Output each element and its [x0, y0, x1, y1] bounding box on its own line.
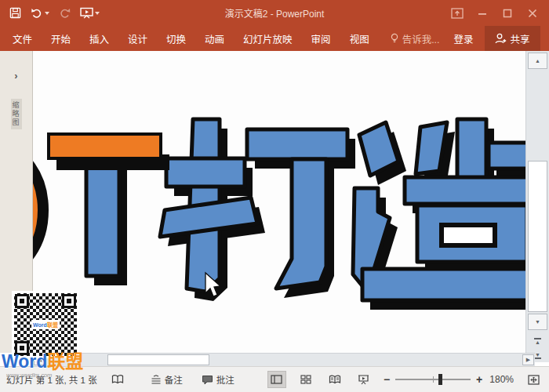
comments-icon [202, 375, 213, 385]
tab-insert[interactable]: 插入 [89, 31, 109, 46]
previous-slide-button[interactable]: ▲ [529, 334, 546, 347]
window-controls [449, 0, 549, 26]
letter-p-partial[interactable] [33, 149, 43, 271]
undo-icon [31, 7, 43, 19]
tab-transitions[interactable]: 切换 [166, 31, 186, 46]
ribbon-tab-row: 文件 开始 插入 设计 切换 动画 幻灯片放映 审阅 视图 告诉我... 登录 … [0, 26, 549, 51]
qr-finder-icon [15, 294, 29, 308]
reading-view-icon [329, 375, 341, 384]
save-icon [9, 7, 21, 19]
share-label: 共享 [511, 31, 530, 46]
statusbar-right-group: − + 180% [267, 371, 543, 388]
scroll-right-button[interactable]: ▶ [522, 354, 534, 365]
tab-home[interactable]: 开始 [51, 31, 71, 46]
vertical-scrollbar[interactable]: ▲ ▼ ▲ ▼ [525, 51, 549, 362]
redo-button[interactable] [56, 5, 73, 20]
redo-icon [59, 7, 71, 19]
wordlm-url: www.wordlm.com [6, 372, 52, 379]
tab-review[interactable]: 审阅 [311, 31, 331, 46]
slide-sorter-icon [300, 375, 311, 384]
slideshow-view-button[interactable] [354, 371, 373, 388]
normal-view-button[interactable] [267, 371, 286, 388]
zoom-out-button[interactable]: − [384, 374, 390, 385]
fit-to-window-icon [528, 375, 540, 385]
close-button[interactable] [524, 5, 541, 22]
spell-check-icon [111, 374, 124, 385]
mouth-hole [442, 225, 495, 245]
arrow-down-icon: ▼ [535, 319, 540, 325]
horizontal-scrollbar[interactable]: ◀ ▶ [33, 353, 535, 366]
qr-center-label: Word联盟 [31, 320, 60, 329]
save-button[interactable] [7, 5, 24, 20]
slide-canvas[interactable] [33, 51, 525, 353]
start-slideshow-icon [80, 7, 93, 19]
horizontal-scrollbar-thumb[interactable] [107, 354, 209, 365]
share-button[interactable]: 共享 [485, 26, 540, 51]
thumbnail-pane-label[interactable]: 缩略图 [11, 99, 22, 129]
slideshow-view-icon [358, 375, 369, 385]
comments-label: 批注 [216, 373, 235, 386]
expand-pane-chevron-icon[interactable]: › [0, 70, 32, 82]
person-plus-icon [495, 33, 507, 44]
notes-button[interactable]: 备注 [151, 373, 183, 386]
orange-crossbar[interactable] [49, 134, 169, 170]
arrow-up-icon: ▲ [535, 58, 540, 64]
tab-animations[interactable]: 动画 [205, 31, 224, 46]
close-icon [528, 9, 537, 18]
slide-sorter-view-button[interactable] [296, 371, 315, 388]
tab-slideshow[interactable]: 幻灯片放映 [243, 31, 293, 46]
notes-label: 备注 [165, 373, 183, 386]
tell-me-box[interactable]: 告诉我... [390, 31, 440, 46]
arrow-right-icon: ▶ [526, 357, 530, 363]
wordlm-logo: Word联盟 [2, 353, 83, 371]
zoom-controls: − + 180% [384, 374, 514, 385]
ribbon-display-options-button[interactable] [449, 5, 466, 22]
tab-view[interactable]: 视图 [350, 31, 369, 46]
logo-word-part: Word [2, 351, 47, 372]
spell-check-button[interactable] [111, 374, 124, 385]
minimize-button[interactable] [474, 5, 491, 22]
quick-access-toolbar [0, 5, 102, 20]
undo-button[interactable] [28, 5, 52, 20]
zoom-in-button[interactable]: + [476, 374, 482, 385]
restore-icon [503, 9, 512, 18]
zoom-slider[interactable] [395, 374, 471, 385]
tab-file[interactable]: 文件 [13, 31, 32, 46]
normal-view-icon [271, 375, 282, 384]
reading-view-button[interactable] [325, 371, 344, 388]
title-bar: 演示文稿2 - PowerPoint [0, 0, 549, 26]
zoom-slider-center-tick [433, 376, 434, 383]
minimize-icon [478, 9, 487, 18]
qr-finder-icon [62, 294, 76, 308]
tab-design[interactable]: 设计 [128, 31, 147, 46]
zoom-slider-handle[interactable] [438, 374, 442, 385]
qat-dropdown-icon[interactable] [95, 12, 100, 15]
window-title: 演示文稿2 - PowerPoint [225, 6, 325, 20]
scroll-up-button[interactable]: ▲ [528, 53, 547, 69]
undo-dropdown-icon[interactable] [45, 12, 49, 15]
start-slideshow-button[interactable] [78, 5, 102, 20]
sign-in-button[interactable]: 登录 [454, 31, 474, 46]
ribbon-display-options-icon [451, 8, 464, 19]
next-slide-icon [534, 358, 541, 359]
slide-art-text[interactable] [33, 51, 525, 353]
comments-button[interactable]: 批注 [202, 373, 235, 386]
vertical-scrollbar-thumb[interactable] [528, 161, 547, 312]
tell-me-label: 告诉我... [402, 31, 440, 46]
lightbulb-icon [390, 33, 399, 44]
fit-slide-to-window-button[interactable] [524, 371, 543, 388]
logo-league-part: 联盟 [47, 351, 83, 372]
qr-code: Word联盟 [14, 293, 77, 356]
notes-icon [151, 375, 162, 384]
scroll-down-button[interactable]: ▼ [528, 314, 547, 330]
zoom-percentage[interactable]: 180% [489, 374, 514, 385]
restore-button[interactable] [499, 5, 516, 22]
